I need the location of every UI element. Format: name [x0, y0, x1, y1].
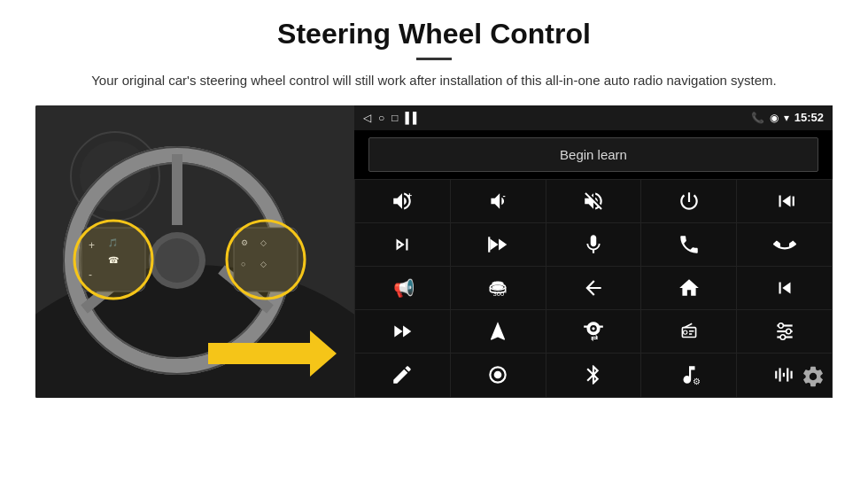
svg-point-40 [779, 323, 783, 328]
icon-power[interactable] [641, 180, 736, 222]
svg-point-24 [227, 221, 305, 299]
icon-phone-call[interactable] [641, 223, 736, 266]
icon-radio[interactable] [641, 310, 736, 353]
svg-point-23 [74, 221, 152, 299]
begin-learn-section: Begin learn [354, 130, 833, 179]
icon-vol-down[interactable]: - [451, 180, 546, 222]
svg-point-44 [494, 371, 502, 379]
svg-text:360°: 360° [493, 290, 508, 298]
wifi-icon: ▾ [784, 112, 789, 124]
phone-status-icon: 📞 [751, 112, 764, 124]
icon-fast-forward[interactable] [451, 223, 546, 266]
svg-point-42 [780, 335, 785, 339]
settings-gear-container[interactable] [801, 364, 825, 393]
gear-icon [801, 364, 825, 389]
icon-hang-up[interactable] [737, 223, 832, 266]
icon-prev-track[interactable] [737, 180, 832, 222]
icon-grid: + - [354, 179, 833, 398]
icon-vol-up[interactable]: + [355, 180, 450, 222]
svg-text:⇄: ⇄ [591, 333, 598, 343]
begin-learn-button[interactable]: Begin learn [368, 137, 818, 172]
svg-point-34 [683, 330, 686, 334]
svg-text:⚙: ⚙ [693, 377, 701, 386]
content-area: 120 + - 🎵 ☎ [35, 105, 833, 398]
svg-rect-36 [689, 333, 692, 335]
icon-mute[interactable] [546, 180, 641, 222]
icon-fast-fwd2[interactable] [355, 310, 450, 353]
recent-apps-icon: □ [391, 112, 398, 124]
svg-rect-47 [779, 369, 780, 382]
icon-360-view[interactable]: 360° [451, 267, 546, 309]
icon-equalizer[interactable]: ⇄ [546, 310, 641, 353]
status-right-icons: 📞 ◉ ▾ 15:52 [751, 111, 824, 124]
svg-text:-: - [503, 190, 506, 199]
signal-icon: ▌▌ [406, 112, 421, 124]
svg-text:+: + [407, 190, 413, 199]
svg-text:📢: 📢 [394, 276, 415, 298]
svg-rect-48 [782, 373, 784, 377]
svg-rect-35 [689, 330, 694, 332]
icon-skip-to-start[interactable] [737, 267, 832, 309]
car-image-area: 120 + - 🎵 ☎ [35, 105, 354, 398]
svg-rect-50 [790, 371, 792, 379]
icon-mic[interactable] [546, 223, 641, 266]
icon-horn[interactable]: 📢 [355, 267, 450, 309]
svg-point-12 [155, 238, 199, 283]
icon-music-settings[interactable]: ⚙ [641, 354, 736, 396]
icon-record[interactable] [451, 354, 546, 396]
icon-edit[interactable] [355, 354, 450, 396]
home-circle-icon: ○ [378, 112, 384, 124]
svg-point-41 [786, 329, 790, 333]
title-section: Steering Wheel Control Your original car… [35, 18, 833, 91]
icon-bluetooth[interactable] [546, 354, 641, 396]
page-container: Steering Wheel Control Your original car… [0, 0, 868, 407]
icon-sliders[interactable] [737, 310, 832, 353]
icon-home[interactable] [641, 267, 736, 309]
status-left-icons: ◁ ○ □ ▌▌ [363, 112, 421, 124]
subtitle: Your original car's steering wheel contr… [89, 71, 779, 91]
page-title: Steering Wheel Control [35, 18, 833, 51]
android-screen: ◁ ○ □ ▌▌ 📞 ◉ ▾ 15:52 [354, 105, 833, 398]
svg-rect-46 [775, 371, 777, 379]
status-bar: ◁ ○ □ ▌▌ 📞 ◉ ▾ 15:52 [354, 105, 833, 130]
svg-rect-33 [682, 328, 695, 338]
location-icon: ◉ [770, 112, 779, 124]
back-arrow-icon: ◁ [363, 112, 371, 124]
icon-navigate[interactable] [451, 310, 546, 353]
svg-rect-49 [787, 369, 788, 382]
title-divider [416, 58, 452, 60]
steering-wheel-svg: 120 + - 🎵 ☎ [35, 105, 354, 398]
icon-back[interactable] [546, 267, 641, 309]
icon-next-track[interactable] [355, 223, 450, 266]
time-display: 15:52 [794, 111, 824, 124]
